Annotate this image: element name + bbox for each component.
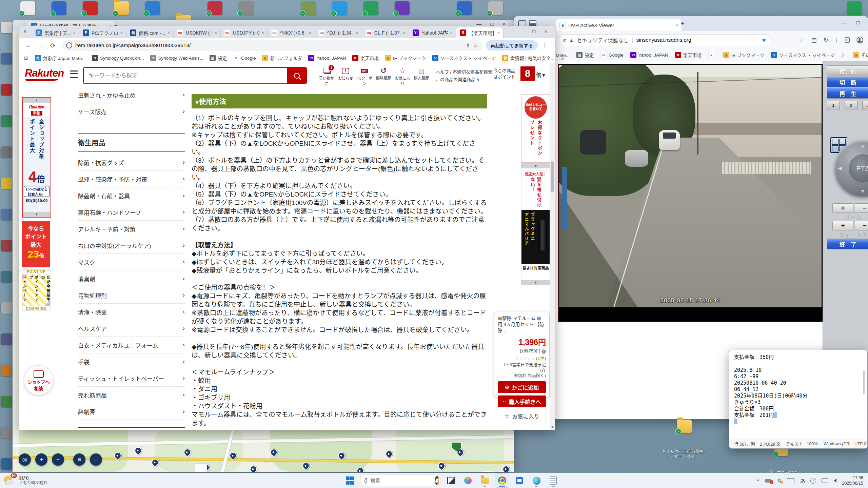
tab-close-icon[interactable]: × bbox=[356, 30, 358, 35]
rakuten-nav-item[interactable]: お気に入り bbox=[394, 66, 411, 86]
dvr-video-container[interactable]: 2025-08-15 17:36:44 bbox=[558, 64, 823, 322]
bookmarks-overflow-icon[interactable]: 〉 bbox=[842, 52, 847, 58]
bookmark-item[interactable]: R 楽天市場 bbox=[352, 55, 379, 61]
sidebar-category-item[interactable]: マスク› bbox=[78, 254, 185, 270]
sidebar-category-item[interactable]: 除菌剤・石鹸・器具› bbox=[78, 187, 185, 204]
bookmark-item[interactable]: ソ ソースネクスト マイページ bbox=[432, 55, 496, 61]
restart-to-update-button[interactable]: 再起動して更新する bbox=[486, 40, 538, 50]
back-icon[interactable]: ← bbox=[23, 42, 34, 49]
history-icon[interactable]: ↻ bbox=[824, 37, 828, 44]
zoom-in-button[interactable]: + bbox=[832, 203, 853, 213]
browser-tab[interactable]: oq USDKRW (+... × bbox=[174, 27, 221, 38]
sidebar-category-item[interactable]: 絆創膏› bbox=[78, 403, 185, 420]
bookmark-item[interactable]: ▣ IE ブックマーク bbox=[385, 55, 426, 61]
zoom-out-button[interactable]: − bbox=[854, 203, 868, 213]
sidebar-category-item[interactable]: 虫刺され・かゆみ止め› bbox=[78, 87, 185, 103]
desktop-icon[interactable] bbox=[1, 271, 12, 283]
bookmark-item[interactable]: 雷 雷情報 | 電気の安全... bbox=[502, 55, 554, 61]
ptz-dial[interactable]: PTZ ▲ ▼ ◀ ▶ bbox=[834, 140, 868, 197]
ie-mode-badge-icon[interactable]: e bbox=[845, 37, 850, 43]
sidebar-category-item[interactable]: 薬用石鹸・ハンドソープ› bbox=[78, 204, 185, 221]
browser-tab[interactable]: 価 価格.com -... × bbox=[126, 27, 174, 38]
other-favorites[interactable]: ▣ その他のお気に入り bbox=[853, 52, 868, 58]
file-explorer-button[interactable] bbox=[478, 474, 492, 487]
tab-close-icon[interactable]: × bbox=[120, 30, 123, 35]
rakuten-nav-item[interactable]: myクーポン bbox=[356, 66, 373, 86]
copilot-button[interactable] bbox=[461, 474, 475, 487]
rakuten-logo[interactable]: Rakuten bbox=[25, 67, 64, 79]
tab-dvr-viewer[interactable]: e DVR ActiveX Viewer × bbox=[556, 19, 682, 31]
bookmark-item[interactable]: ▣ IE ブックマーク bbox=[723, 52, 765, 58]
reload-icon[interactable]: ⟳ bbox=[47, 42, 59, 49]
ime-indicator[interactable]: あ bbox=[800, 477, 805, 484]
bookmark-item[interactable]: G Google bbox=[600, 52, 624, 58]
display-icon[interactable] bbox=[822, 478, 828, 483]
sidebar-category-item[interactable]: アレルギー予防・対策› bbox=[78, 221, 185, 237]
hamburger-menu-icon[interactable] bbox=[70, 70, 78, 78]
profile-icon[interactable] bbox=[856, 37, 863, 43]
sidebar-category-item[interactable]: 清浄・除菌› bbox=[78, 304, 185, 320]
desktop-icon[interactable] bbox=[1, 302, 12, 314]
menu-icon[interactable]: ⋮ bbox=[538, 42, 551, 49]
point-multiplier-suffix[interactable]: 倍▼ bbox=[536, 71, 546, 78]
browser-tab[interactable]: oq USDJPY (+0... × bbox=[221, 27, 268, 38]
bookmark-item[interactable]: 設 設定 bbox=[210, 55, 227, 61]
forward-icon[interactable]: → bbox=[35, 42, 46, 49]
ptz-up-icon[interactable]: ▲ bbox=[860, 143, 865, 148]
sidebar-category-item[interactable]: ケース販売› bbox=[78, 103, 185, 120]
notepad-button[interactable] bbox=[547, 474, 560, 487]
channel-button[interactable]: 3 bbox=[862, 101, 868, 110]
maximize-icon[interactable]: □ bbox=[532, 28, 535, 34]
microsoft-store-button[interactable] bbox=[513, 474, 526, 487]
desktop-icon[interactable] bbox=[847, 1, 862, 15]
favorite-star-icon[interactable]: ★ bbox=[762, 37, 767, 44]
desktop-icon[interactable] bbox=[1, 333, 12, 345]
desktop-icon[interactable]: ✓ bbox=[395, 1, 410, 15]
search-button[interactable] bbox=[287, 68, 306, 83]
browser-tab[interactable]: P PC/テクノロジ... × bbox=[79, 27, 126, 38]
favorite-button[interactable]: ☆お気に入り bbox=[498, 410, 546, 422]
browser-tab[interactable]: Y! Yahoo! JAPA... × bbox=[409, 27, 456, 38]
sidebar-category-item[interactable]: ティッシュ・トイレットペーパー› bbox=[78, 370, 185, 387]
tab-close-icon[interactable]: × bbox=[261, 30, 264, 35]
map-pin[interactable] bbox=[384, 449, 394, 459]
site-info-icon[interactable] bbox=[66, 42, 72, 48]
desktop-icon[interactable] bbox=[1, 396, 12, 407]
desktop-icon[interactable] bbox=[1, 209, 12, 220]
focus-out-button[interactable]: − bbox=[854, 221, 868, 230]
bookmark-item[interactable]: 気 気象庁 Japan Mete... bbox=[35, 55, 86, 61]
channel-button[interactable]: 1 bbox=[827, 101, 840, 110]
desktop-icon[interactable]: ✓ bbox=[208, 1, 222, 15]
downloads-icon[interactable]: ↓ bbox=[835, 37, 838, 43]
minimize-icon[interactable]: — bbox=[518, 28, 524, 34]
sidebar-category-item[interactable]: 売れ筋商品› bbox=[78, 387, 185, 403]
tab-close-icon[interactable]: × bbox=[497, 30, 500, 35]
map-zoom-out-button[interactable]: − bbox=[52, 453, 64, 466]
help-report-link[interactable]: ヘルプ / 不適切な商品を報告 bbox=[436, 68, 492, 75]
browser-tab[interactable]: oq ^NKX (+0.6... × bbox=[268, 27, 315, 38]
map-pin[interactable] bbox=[133, 446, 143, 456]
edge-button[interactable] bbox=[530, 474, 543, 487]
taskbar-search[interactable] bbox=[360, 475, 441, 486]
bookmark-item[interactable]: ▣ 新しいフォルダ bbox=[262, 55, 302, 61]
desktop-icon[interactable]: ✓ bbox=[145, 1, 160, 15]
map-feedback-button[interactable]: … bbox=[90, 453, 102, 466]
onedrive-icon[interactable]: × bbox=[765, 478, 772, 483]
map-layers-button[interactable]: ≡ bbox=[73, 453, 85, 466]
ad-coupon[interactable]: 商品レビュー を書いて プレゼント お得なクーポン bbox=[521, 94, 550, 163]
desktop-icon[interactable] bbox=[1, 53, 12, 64]
info-icon[interactable]: i bbox=[541, 349, 546, 354]
collections-icon[interactable]: ▤ bbox=[811, 37, 817, 44]
task-view-button[interactable] bbox=[444, 474, 458, 487]
chrome-address-bar[interactable]: item.rakuten.co.jp/campaign365/490108003… bbox=[62, 40, 482, 51]
touch-keyboard-icon[interactable] bbox=[787, 478, 794, 483]
desktop-icon[interactable] bbox=[1, 240, 12, 251]
rakuten-nav-item[interactable]: 購入履歴 bbox=[413, 66, 430, 86]
browser-tab[interactable]: oq CL.F (+1.37... × bbox=[362, 27, 409, 38]
desktop-file-icon[interactable] bbox=[195, 464, 207, 472]
browser-tab[interactable]: oq ^DJI (+1.34... × bbox=[315, 27, 362, 38]
channel-button[interactable]: 2 bbox=[845, 101, 857, 110]
sidebar-category-item[interactable]: 白衣・メディカルユニフォーム› bbox=[78, 337, 185, 353]
ptz-left-icon[interactable]: ◀ bbox=[838, 165, 842, 171]
sidebar-category-item[interactable]: 除菌・抗菌グッズ› bbox=[78, 154, 185, 171]
